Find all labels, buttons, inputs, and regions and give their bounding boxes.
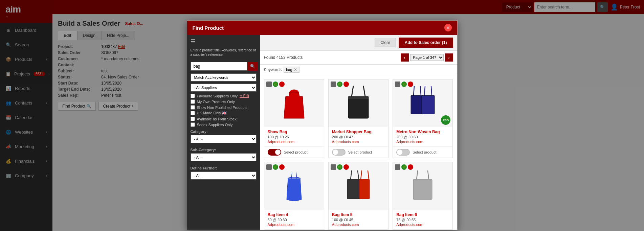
define-further-select[interactable]: - All - — [191, 171, 257, 180]
product-select-toggle[interactable] — [268, 149, 281, 156]
search-hint: Enter a product title, keywords, referen… — [191, 48, 257, 57]
own-products-checkbox[interactable] — [191, 99, 195, 104]
product-name[interactable]: Metro Non-Woven Bag — [396, 130, 449, 134]
uk-made-checkbox[interactable] — [191, 111, 195, 115]
toggle-knob — [275, 149, 281, 155]
product-footer: Select product — [264, 146, 324, 158]
product-select-toggle[interactable] — [332, 149, 346, 156]
image-icon — [395, 82, 400, 87]
svg-rect-3 — [348, 96, 369, 99]
product-info: Show Bag 100 @ £0.25 Adproducts.com — [264, 127, 324, 146]
modal-body: ☰ Enter a product title, keywords, refer… — [187, 35, 457, 230]
product-icons: 🌿 — [395, 82, 413, 87]
svg-rect-9 — [422, 95, 435, 114]
svg-line-8 — [431, 86, 432, 95]
product-search-button[interactable]: 🔍 — [247, 62, 258, 71]
svg-line-20 — [428, 171, 429, 179]
modal-title: Find Product — [193, 25, 224, 31]
product-name[interactable]: Market Shopper Bag — [332, 130, 385, 134]
checkbox-sedex[interactable]: Sedex Suppliers Only — [191, 122, 257, 127]
product-footer: Select product — [264, 229, 324, 230]
product-icons: 🌿 — [266, 164, 285, 170]
status-icon — [343, 164, 349, 170]
product-footer: Select product — [329, 146, 388, 158]
product-info: Bag Item 4 50 @ £0.30 Adproducts.com — [264, 210, 324, 229]
product-name[interactable]: Bag Item 4 — [268, 212, 320, 217]
product-name[interactable]: Show Bag — [268, 130, 320, 134]
status-icon — [408, 82, 413, 87]
product-image-svg — [409, 169, 436, 203]
checkbox-own-products[interactable]: My Own Products Only — [191, 99, 257, 104]
results-count: Found 4153 Products — [264, 55, 303, 60]
keyword-remove-button[interactable]: ✕ — [294, 67, 297, 72]
clear-button[interactable]: Clear — [375, 38, 396, 47]
checkbox-favourite-suppliers[interactable]: Favourite Suppliers Only ✏ Edit — [191, 94, 257, 98]
pagination-next-button[interactable]: › — [445, 53, 453, 62]
svg-line-19 — [417, 171, 418, 179]
checkbox-uk-made[interactable]: UK Made Only 🇬🇧 — [191, 111, 257, 115]
product-icons: 🌿 — [331, 82, 349, 87]
page-select[interactable]: Page 1 of 347 — [410, 54, 444, 61]
status-icon — [279, 164, 285, 170]
eco-icon: 🌿 — [337, 82, 342, 87]
keyword-tag: bag ✕ — [284, 67, 299, 73]
product-image-area: 🌿 EC — [393, 79, 452, 127]
product-supplier[interactable]: Adproducts.com — [268, 140, 320, 144]
product-image-area: 🌿 — [329, 162, 388, 210]
product-select-toggle[interactable] — [396, 149, 410, 156]
product-search-input[interactable] — [191, 62, 247, 71]
checkbox-non-published[interactable]: Show Non-Published Products — [191, 105, 257, 110]
product-qty: 200 @ £0.47 — [332, 135, 385, 139]
product-footer: Select product — [393, 229, 452, 230]
modal-product-panel: Clear Add to Sales order (1) Found 4153 … — [260, 35, 457, 230]
product-card: 🌿 Market Sho — [328, 79, 388, 158]
add-to-sales-order-button[interactable]: Add to Sales order (1) — [399, 38, 453, 48]
image-icon — [266, 164, 272, 170]
non-published-checkbox[interactable] — [191, 105, 195, 110]
product-card: 🌿 — [328, 162, 388, 230]
product-supplier[interactable]: Adproducts.com — [268, 223, 320, 227]
product-image-area: 🌿 — [329, 79, 388, 127]
product-icons: 🌿 — [266, 82, 285, 87]
image-icon — [395, 164, 400, 170]
favourite-suppliers-edit-link[interactable]: ✏ Edit — [240, 94, 249, 98]
product-name[interactable]: Bag Item 5 — [332, 212, 385, 217]
hamburger-icon[interactable]: ☰ — [191, 38, 195, 45]
product-card: 🌿 Bag Item 6 75 — [393, 162, 453, 230]
pagination-prev-button[interactable]: ‹ — [401, 53, 409, 62]
product-image-svg — [343, 169, 374, 203]
product-supplier[interactable]: Adproducts.com — [396, 140, 449, 144]
modal-toolbar: Clear Add to Sales order (1) — [260, 35, 457, 51]
keyword-match-select[interactable]: Match ALL keywords Match ANY keywords — [191, 73, 257, 82]
sedex-checkbox[interactable] — [191, 122, 195, 127]
product-name[interactable]: Bag Item 6 — [396, 212, 449, 217]
checkbox-plain-stock[interactable]: Available as Plain Stock — [191, 117, 257, 121]
product-supplier[interactable]: Adproducts.com — [332, 223, 385, 227]
svg-rect-18 — [359, 179, 370, 199]
svg-line-1 — [363, 86, 365, 96]
supplier-select[interactable]: - All Suppliers - — [191, 84, 257, 92]
svg-line-11 — [291, 172, 292, 179]
product-qty: 100 @ £0.25 — [268, 135, 320, 139]
product-supplier[interactable]: Adproducts.com — [332, 140, 385, 144]
product-image-svg — [407, 85, 438, 122]
subcategory-select[interactable]: - All - — [191, 153, 257, 161]
product-qty: 50 @ £0.30 — [268, 218, 320, 222]
subcategory-label: Sub-Category: — [191, 148, 257, 152]
svg-line-12 — [296, 172, 297, 179]
category-select[interactable]: - All - — [191, 135, 257, 143]
svg-line-5 — [420, 86, 421, 95]
modal-close-button[interactable]: ✕ — [444, 24, 452, 31]
plain-stock-checkbox[interactable] — [191, 117, 195, 121]
favourite-suppliers-checkbox[interactable] — [191, 94, 195, 98]
svg-line-17 — [368, 171, 369, 179]
category-label: Category: — [191, 130, 257, 134]
eco-icon: 🌿 — [273, 164, 278, 170]
eco-icon: 🌿 — [337, 164, 342, 170]
keyword-tag-text: bag — [286, 68, 292, 72]
product-supplier[interactable]: Adproducts.com — [396, 223, 449, 227]
plain-stock-label: Available as Plain Stock — [197, 117, 237, 121]
svg-line-0 — [352, 86, 353, 96]
image-icon — [331, 164, 336, 170]
product-info: Market Shopper Bag 200 @ £0.47 Adproduct… — [329, 127, 388, 146]
